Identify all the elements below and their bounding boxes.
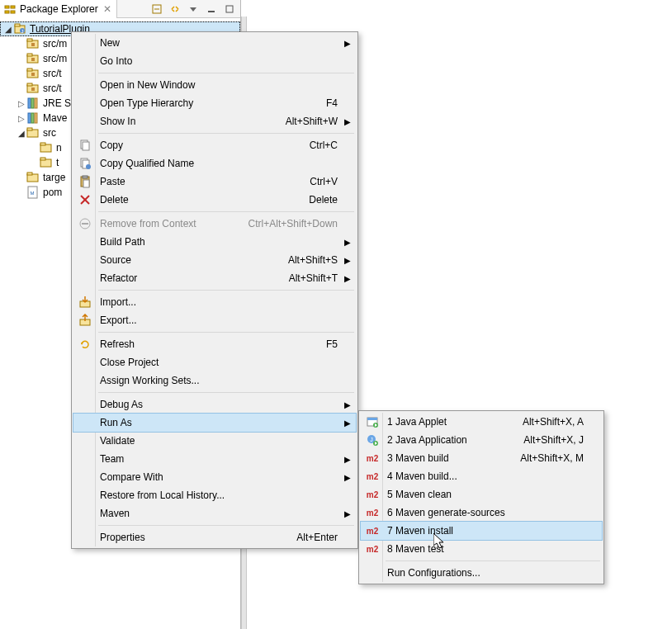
view-tab[interactable]: Package Explorer ✕ [0,0,117,18]
collapse-all-button[interactable] [149,2,164,17]
menu-item-label: Copy Qualified Name [100,158,194,169]
pkgfolder-icon [26,67,40,80]
menu-item-shortcut: F5 [293,338,338,350]
menu-item-label: Paste [100,176,125,187]
menu-item-shortcut: Alt+Enter [263,532,338,543]
menu-item[interactable]: Export... [73,311,356,329]
svg-rect-23 [27,83,32,86]
menu-item[interactable]: RefreshF5 [73,335,356,353]
menu-item[interactable]: m26 Maven generate-sources [361,504,602,522]
menu-item[interactable]: New▶ [73,34,356,52]
menu-item[interactable]: Validate [73,432,356,450]
menu-item[interactable]: m24 Maven build... [361,467,602,485]
menu-item[interactable]: m28 Maven test [361,540,602,558]
menu-item-label: Source [100,254,131,266]
menu-item[interactable]: m27 Maven install [360,521,603,541]
menu-separator [98,392,354,393]
menu-separator [98,332,354,333]
xml-icon: M [26,186,40,199]
svg-rect-17 [27,54,32,56]
menu-item-label: 4 Maven build... [387,471,457,482]
folder-icon [40,141,53,154]
menu-item-label: Run Configurations... [387,567,480,579]
menu-item-label: New [100,37,120,49]
svg-rect-0 [5,6,9,8]
menu-item[interactable]: Restore from Local History... [73,486,356,504]
menu-item-shortcut: Alt+Shift+X, A [490,416,584,428]
remove-icon [78,216,92,231]
expander-open-icon[interactable]: ◢ [3,25,13,34]
pkgfolder-icon [26,52,40,65]
svg-text:J: J [370,437,373,442]
folder-icon [26,171,40,184]
maximize-button[interactable] [222,2,237,17]
svg-rect-8 [226,6,233,12]
m2-icon: m2 [365,451,380,466]
menu-item[interactable]: Go Into [73,52,356,70]
expander-closed-icon[interactable]: ▷ [17,99,26,108]
menu-item-label: 5 Maven clean [387,489,452,500]
expander-closed-icon[interactable]: ▷ [17,114,26,123]
menu-item-label: Validate [100,435,135,447]
menu-item[interactable]: Build Path▶ [73,233,356,251]
menu-item-label: 2 Java Application [387,434,467,446]
menu-item[interactable]: Copy Qualified Name [73,154,356,173]
menu-item[interactable]: Compare With▶ [73,468,356,486]
menu-item-label: Remove from Context [100,218,196,229]
menu-item[interactable]: Run Configurations... [361,564,602,582]
context-menu: New▶Go IntoOpen in New WindowOpen Type H… [71,31,358,549]
tree-item-label: Mave [43,112,67,124]
svg-rect-26 [31,98,34,108]
menu-item-label: 8 Maven test [387,543,444,555]
menu-item-label: Refresh [100,338,135,350]
svg-marker-6 [190,7,196,12]
menu-item[interactable]: Open Type HierarchyF4 [73,94,356,112]
svg-text:J: J [21,29,24,34]
folder-icon [40,156,53,169]
menu-item[interactable]: m25 Maven clean [361,485,602,504]
menu-item[interactable]: PasteCtrl+V [73,173,356,191]
menu-separator [386,560,600,561]
menu-item-label: Maven [100,508,130,519]
m2-icon: m2 [365,542,380,556]
tree-item-label: src/t [43,83,62,94]
menu-item[interactable]: Maven▶ [73,504,356,523]
minimize-button[interactable] [204,2,219,17]
menu-item[interactable]: CopyCtrl+C [73,136,356,154]
menu-item[interactable]: 1 Java AppletAlt+Shift+X, A [361,413,602,431]
submenu-arrow-icon: ▶ [344,509,351,518]
menu-item[interactable]: Close Project [73,353,356,371]
library-icon [26,97,40,110]
menu-item-shortcut: Alt+Shift+S [255,254,338,266]
menu-item[interactable]: DeleteDelete [73,191,356,209]
close-icon[interactable]: ✕ [103,3,111,15]
svg-text:M: M [31,191,35,196]
svg-rect-7 [208,11,215,12]
menu-item-label: Copy [100,140,123,151]
tree-item-label: src/m [43,38,67,50]
menu-item[interactable]: m23 Maven buildAlt+Shift+X, M [361,449,602,467]
submenu-arrow-icon: ▶ [344,419,351,428]
menu-item[interactable]: SourceAlt+Shift+S▶ [73,251,356,269]
menu-item-label: Delete [100,194,129,206]
menu-item[interactable]: Run As▶ [73,413,357,433]
menu-item[interactable]: Debug As▶ [73,395,356,414]
link-with-editor-button[interactable] [168,2,182,17]
menu-item[interactable]: Team▶ [73,450,356,468]
svg-rect-21 [31,73,35,76]
view-menu-button[interactable] [186,2,201,17]
m2-icon: m2 [365,469,380,484]
menu-item[interactable]: RefactorAlt+Shift+T▶ [73,269,356,287]
pkgfolder-icon [26,82,40,95]
svg-rect-57 [367,418,377,420]
menu-item[interactable]: J2 Java ApplicationAlt+Shift+X, J [361,431,602,449]
tree-item-label: JRE S [43,97,71,109]
menu-item[interactable]: Import... [73,293,356,311]
menu-item[interactable]: Assign Working Sets... [73,371,356,390]
expander-open-icon[interactable]: ◢ [17,129,26,138]
menu-item-shortcut: Delete [276,194,338,206]
menu-item[interactable]: PropertiesAlt+Enter [73,528,356,546]
menu-item[interactable]: Show InAlt+Shift+W▶ [73,112,356,130]
submenu-arrow-icon: ▶ [344,473,351,482]
menu-item[interactable]: Open in New Window [73,76,356,94]
